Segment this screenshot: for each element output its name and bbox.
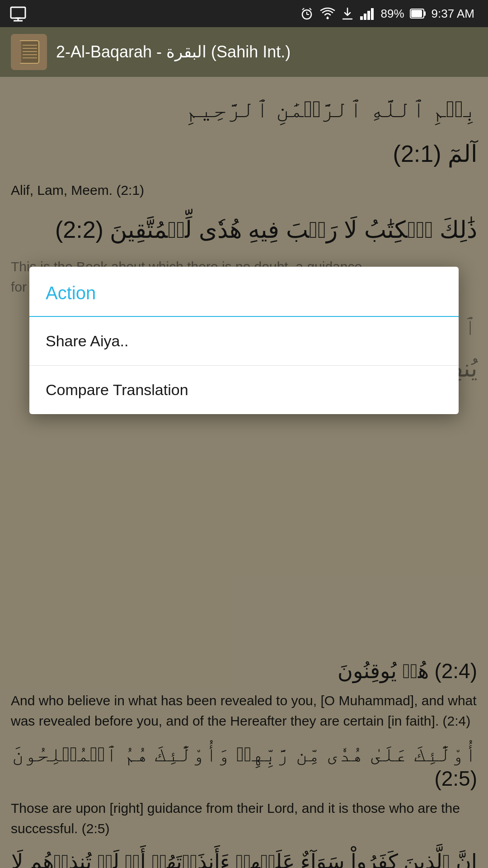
main-content: بِسۡمِ ٱللَّهِ ٱلرَّحۡمَٰنِ ٱلرَّحِيمِ آ… — [0, 77, 488, 868]
svg-rect-12 — [364, 14, 366, 20]
screen-icon — [9, 5, 27, 23]
compare-translation-button[interactable]: Compare Translation — [29, 366, 459, 414]
status-icons: 89% 9:37 AM — [300, 6, 474, 21]
wifi-icon — [319, 6, 336, 21]
svg-line-8 — [310, 8, 311, 10]
quran-logo-icon — [15, 38, 42, 66]
signal-icon — [359, 6, 375, 21]
battery-percent: 89% — [381, 7, 404, 21]
svg-point-9 — [326, 17, 328, 19]
svg-rect-18 — [19, 41, 39, 63]
svg-rect-16 — [424, 11, 426, 16]
status-bar: 89% 9:37 AM — [0, 0, 488, 27]
svg-line-7 — [302, 8, 304, 10]
svg-rect-11 — [360, 16, 363, 20]
share-aiya-button[interactable]: Share Aiya.. — [29, 317, 459, 366]
clock: 9:37 AM — [432, 7, 474, 21]
page-title: 2-Al-Baqarah - البقرة (Sahih Int.) — [56, 42, 477, 61]
status-bar-left — [9, 5, 27, 24]
svg-rect-17 — [411, 10, 422, 17]
alarm-icon — [300, 6, 314, 21]
dialog-title-section: Action — [29, 267, 459, 317]
header: 2-Al-Baqarah - البقرة (Sahih Int.) — [0, 27, 488, 77]
app-logo — [11, 34, 47, 70]
battery-icon — [410, 7, 426, 20]
modal-overlay[interactable] — [0, 77, 488, 868]
dialog-title: Action — [46, 283, 442, 303]
svg-rect-0 — [11, 7, 25, 18]
action-dialog: Action Share Aiya.. Compare Translation — [29, 267, 459, 414]
svg-rect-19 — [18, 41, 21, 63]
download-icon — [341, 6, 354, 21]
svg-rect-14 — [371, 8, 374, 20]
svg-rect-13 — [367, 11, 370, 20]
